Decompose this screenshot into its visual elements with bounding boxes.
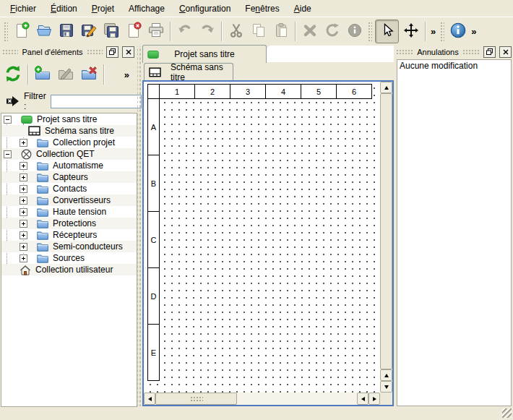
scrollbar-corner	[380, 393, 392, 405]
scroll-down-button[interactable]	[380, 381, 392, 393]
project-icon	[147, 50, 159, 59]
cut-icon	[228, 22, 245, 41]
tree-item-convertisseurs[interactable]: Convertisseurs	[1, 194, 137, 206]
arrow-left-icon	[148, 397, 152, 401]
arrow-left-icon	[361, 397, 365, 401]
cut-button[interactable]	[225, 21, 246, 42]
menu-projet[interactable]: Projet	[85, 1, 121, 16]
expand-icon[interactable]	[20, 162, 27, 170]
expand-icon[interactable]	[20, 208, 27, 216]
menu-affichage[interactable]: Affichage	[121, 1, 172, 16]
print-button[interactable]	[145, 21, 166, 42]
information-button[interactable]	[344, 21, 365, 42]
tab-schema-sans-titre[interactable]: Schéma sans titre	[144, 63, 233, 81]
window-resize-grip[interactable]	[502, 408, 512, 418]
reload-collections-button[interactable]	[1, 63, 25, 86]
scroll-left-button[interactable]	[144, 393, 155, 405]
undo-panel-titlebar[interactable]: Annulations	[396, 46, 512, 57]
dock-float-button[interactable]	[106, 46, 118, 58]
dock-close-button[interactable]	[122, 46, 134, 58]
schema-view: 1 2 3 4 5 6 A B C D E	[142, 80, 394, 406]
expand-icon[interactable]	[20, 139, 27, 147]
menu-fichier[interactable]: Fichier	[3, 1, 43, 16]
vertical-scroll-thumb[interactable]	[380, 93, 392, 369]
diagram-icon	[28, 126, 40, 136]
delete-button[interactable]	[299, 21, 320, 42]
expand-icon[interactable]	[20, 173, 27, 181]
expand-icon[interactable]	[20, 254, 27, 262]
undo-history-list[interactable]: Aucune modification	[397, 59, 512, 406]
scroll-up-button[interactable]	[380, 369, 392, 381]
tree-item-collection-qet[interactable]: Collection QET	[1, 148, 137, 160]
scroll-track[interactable]	[237, 393, 357, 405]
expand-icon[interactable]	[20, 197, 27, 205]
menu-aide[interactable]: Aide	[287, 1, 319, 16]
open-project-button[interactable]	[33, 21, 54, 42]
save-button[interactable]	[56, 21, 77, 42]
new-document-button[interactable]	[11, 21, 32, 42]
redo-button[interactable]	[197, 21, 217, 42]
scroll-left-button[interactable]	[357, 393, 368, 405]
dock-float-button[interactable]	[483, 46, 496, 58]
dock-close-button[interactable]	[499, 46, 512, 58]
arrow-up-icon	[384, 374, 389, 377]
reload-collections-icon	[4, 64, 22, 85]
rotate-button[interactable]	[322, 21, 342, 42]
tree-item-projet-sans-titre[interactable]: Projet sans titre	[1, 113, 137, 125]
toolbar-drag-handle[interactable]	[4, 22, 8, 42]
tree-item-collection-utilisateur[interactable]: Collection utilisateur	[1, 264, 137, 275]
horizontal-scroll-thumb[interactable]	[155, 393, 237, 405]
toolbar-overflow-button[interactable]: »	[428, 26, 438, 37]
close-document-button[interactable]	[123, 21, 144, 42]
tree-item-capteurs[interactable]: Capteurs	[1, 171, 137, 183]
paste-button[interactable]	[270, 21, 291, 42]
filter-row: Filtrer :	[1, 92, 137, 111]
tree-item-contacts[interactable]: Contacts	[1, 183, 137, 194]
save-as-button[interactable]	[78, 21, 99, 42]
tree-item-haute-tension[interactable]: Haute tension	[1, 206, 137, 218]
menu-configuration[interactable]: Configuration	[172, 1, 238, 16]
tree-item-protections[interactable]: Protections	[1, 218, 137, 229]
tree-item-semi-conducteurs[interactable]: Semi-conducteurs	[1, 241, 137, 252]
tree-item-collection-projet[interactable]: Collection projet	[1, 137, 137, 148]
elements-panel-titlebar[interactable]: Panel d'éléments	[2, 46, 134, 57]
menu-edition[interactable]: Édition	[43, 1, 85, 16]
edit-category-button[interactable]	[54, 63, 77, 86]
tree-item-schema-sans-titre[interactable]: Schéma sans titre	[1, 125, 137, 137]
filter-input[interactable]	[51, 95, 142, 108]
tree-item-automatisme[interactable]: Automatisme	[1, 160, 137, 171]
dock-texture	[396, 49, 413, 54]
clear-filter-button[interactable]	[6, 95, 20, 107]
menu-fenetres[interactable]: Fenêtres	[238, 1, 286, 16]
expand-icon[interactable]	[20, 231, 27, 239]
save-all-button[interactable]	[100, 21, 121, 42]
tab-projet-sans-titre[interactable]: Projet sans titre	[142, 45, 267, 63]
scroll-right-button[interactable]	[368, 393, 380, 405]
expand-icon[interactable]	[20, 220, 27, 228]
collapse-icon[interactable]	[4, 150, 12, 158]
horizontal-scrollbar[interactable]	[144, 393, 380, 405]
expand-icon[interactable]	[20, 243, 27, 251]
panel-overflow-button[interactable]: »	[122, 69, 132, 80]
selection-mode-button[interactable]	[375, 20, 399, 43]
schema-canvas[interactable]: 1 2 3 4 5 6 A B C D E	[144, 82, 380, 393]
collapse-icon[interactable]	[4, 116, 12, 124]
tree-item-recepteurs[interactable]: Récepteurs	[1, 229, 137, 241]
copy-button[interactable]	[248, 21, 269, 42]
toolbar-drag-handle[interactable]	[368, 22, 372, 42]
tree-item-sources[interactable]: Sources	[1, 252, 137, 264]
scroll-up-button[interactable]	[380, 82, 392, 93]
grid-column-header: 4	[265, 84, 301, 99]
undo-button[interactable]	[174, 21, 195, 42]
vertical-scrollbar[interactable]	[380, 82, 392, 393]
toolbar-overflow-button[interactable]: »	[469, 26, 478, 37]
delete-category-button[interactable]	[77, 63, 100, 86]
dock-splitter[interactable]	[137, 46, 142, 406]
about-button[interactable]	[447, 21, 468, 42]
toolbar-drag-handle[interactable]	[440, 22, 444, 42]
new-category-button[interactable]	[31, 63, 54, 86]
dock-texture	[2, 49, 18, 54]
pan-mode-button[interactable]	[400, 21, 421, 42]
toolbar-separator	[295, 22, 296, 41]
expand-icon[interactable]	[20, 185, 27, 193]
